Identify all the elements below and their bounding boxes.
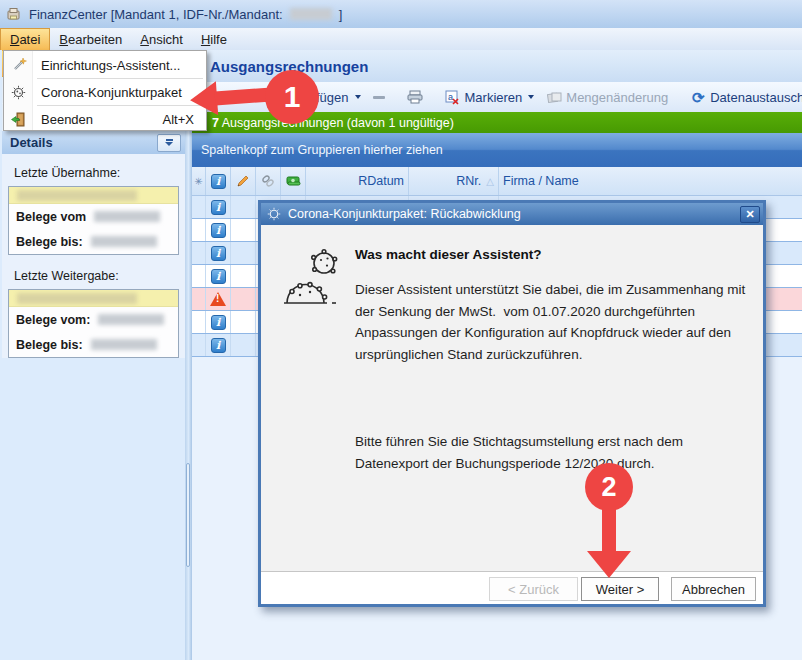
uebernahme-box: Belege vom Belege bis: (8, 186, 179, 255)
status-text: Ausgangsrechnungen (davon 1 ungültige) (222, 116, 454, 130)
chevron-down-icon (165, 142, 173, 146)
info-icon: i (211, 174, 226, 189)
group-by-bar[interactable]: Spaltenkopf zum Gruppieren hierher ziehe… (192, 133, 802, 167)
filter-bar-icon (166, 139, 173, 141)
menu-bearbeiten[interactable]: Bearbeiten (50, 28, 131, 50)
back-button: < Zurück (489, 577, 578, 601)
sidebar: Ausgangsrechnungen Zahlungsverkehr Zahlu… (2, 50, 185, 660)
remove-invoice-button (369, 94, 389, 101)
info-icon[interactable]: i (211, 223, 226, 238)
menu-item-einrichtungs-assistent[interactable]: Einrichtungs-Assistent... (4, 52, 206, 78)
minus-icon (373, 96, 385, 99)
last-uebernahme-label: Letzte Übernahme: (14, 166, 179, 180)
quantity-change-icon (546, 89, 562, 105)
dialog-close-button[interactable]: ✕ (740, 206, 760, 223)
invoice-count: 7 (212, 116, 219, 130)
info-column-header[interactable]: i (206, 167, 231, 195)
row-indicator-column-header: ✳ (192, 167, 206, 195)
dialog-paragraph-1: Dieser Assistent unterstützt Sie dabei, … (355, 279, 751, 365)
weitergabe-box: Belege vom: Belege bis: (8, 289, 179, 358)
belege-bis-label: Belege bis: (16, 338, 83, 352)
exit-door-icon (4, 112, 33, 127)
dropdown-caret-icon (528, 95, 534, 99)
redacted-value (17, 293, 137, 304)
redacted-date (98, 314, 164, 325)
annotation-arrow-2 (587, 505, 631, 577)
info-icon[interactable]: i (211, 338, 226, 353)
window-titlebar: FinanzCenter [Mandant 1, IDF-Nr./Mandant… (0, 0, 802, 28)
table-header-row: ✳ i RDatum RNr.△ Firma / Name (192, 167, 802, 196)
dialog-titlebar[interactable]: Corona-Konjunkturpaket: Rückabwicklung ✕ (261, 203, 763, 225)
chain-link-icon (261, 174, 275, 188)
menu-datei[interactable]: Datei (0, 28, 50, 50)
app-window: FinanzCenter [Mandant 1, IDF-Nr./Mandant… (0, 0, 802, 660)
annotation-step-1-badge: 1 (265, 70, 319, 124)
svg-text:a: a (448, 92, 453, 102)
money-icon (286, 175, 301, 187)
mark-button[interactable]: a Markieren (441, 87, 539, 107)
redacted-date (94, 211, 160, 222)
belege-vom-label: Belege vom: (16, 313, 90, 327)
dialog-virus-icon (266, 206, 282, 222)
redacted-date (91, 339, 157, 350)
menu-item-corona-konjunkturpaket[interactable]: Corona-Konjunkturpaket (4, 79, 206, 105)
menu-hilfe[interactable]: Hilfe (192, 28, 236, 50)
printer-icon (407, 89, 423, 105)
details-filter-button[interactable] (157, 134, 181, 152)
uebernahme-highlight-row (9, 187, 178, 204)
cancel-button[interactable]: Abbrechen (671, 577, 756, 601)
info-icon[interactable]: i (211, 315, 226, 330)
data-exchange-icon: ⟳ (690, 89, 706, 105)
dialog-heading: Was macht dieser Assistent? (355, 247, 542, 262)
window-title: FinanzCenter [Mandant 1, IDF-Nr./Mandant… (29, 7, 283, 22)
details-panel: Letzte Übernahme: Belege vom Belege bis:… (2, 154, 185, 358)
info-icon[interactable]: i (211, 246, 226, 261)
redacted-value (17, 190, 137, 201)
file-menu: Einrichtungs-Assistent... Corona-Konjunk… (3, 50, 207, 131)
app-icon (6, 6, 22, 22)
payment-column-header[interactable] (281, 167, 306, 195)
sidebar-splitter[interactable] (185, 50, 192, 660)
column-header-rdatum[interactable]: RDatum (306, 167, 409, 195)
corona-wizard-dialog: Corona-Konjunkturpaket: Rückabwicklung ✕ (258, 200, 766, 607)
print-button[interactable] (403, 87, 427, 107)
mark-icon: a (445, 89, 461, 105)
annotation-step-2-badge: 2 (585, 463, 633, 511)
warning-icon[interactable] (210, 292, 226, 306)
group-hint: Spaltenkopf zum Gruppieren hierher ziehe… (201, 143, 443, 157)
menu-item-beenden[interactable]: Beenden Alt+X (4, 106, 206, 132)
column-header-rnr[interactable]: RNr.△ (409, 167, 499, 195)
window-title-suffix: ] (339, 7, 343, 22)
edit-column-header[interactable] (231, 167, 256, 195)
next-button[interactable]: Weiter > (581, 577, 659, 601)
belege-vom-label: Belege vom (16, 210, 86, 224)
details-panel-header: Details (2, 131, 185, 154)
splitter-grip[interactable] (186, 463, 190, 567)
dialog-footer: < Zurück Weiter > Abbrechen (261, 571, 763, 604)
info-icon[interactable]: i (211, 269, 226, 284)
attachment-column-header[interactable] (256, 167, 281, 195)
virus-icon (4, 85, 33, 100)
menubar: Datei Bearbeiten Ansicht Hilfe (0, 28, 802, 50)
quantity-change-button: Mengenänderung (542, 87, 672, 107)
dialog-paragraph-2: Bitte führen Sie die Stichtagsumstellung… (355, 431, 751, 474)
redacted-date (91, 236, 157, 247)
sort-ascending-icon: △ (486, 176, 494, 187)
dialog-body: Was macht dieser Assistent? Dieser Assis… (261, 225, 763, 574)
weitergabe-highlight-row (9, 290, 178, 307)
dialog-title: Corona-Konjunkturpaket: Rückabwicklung (288, 207, 521, 221)
info-icon[interactable]: i (211, 200, 226, 215)
title-redaction (290, 8, 332, 20)
column-header-firma[interactable]: Firma / Name (499, 167, 802, 195)
dropdown-caret-icon (355, 95, 361, 99)
last-weitergabe-label: Letzte Weitergabe: (14, 269, 179, 283)
menu-ansicht[interactable]: Ansicht (131, 28, 192, 50)
virus-illustration-icon (283, 247, 341, 317)
pencil-icon (236, 174, 250, 188)
wand-icon (4, 57, 33, 73)
data-exchange-button[interactable]: ⟳ Datenaustausch (686, 87, 802, 107)
details-title: Details (10, 135, 53, 150)
belege-bis-label: Belege bis: (16, 235, 83, 249)
